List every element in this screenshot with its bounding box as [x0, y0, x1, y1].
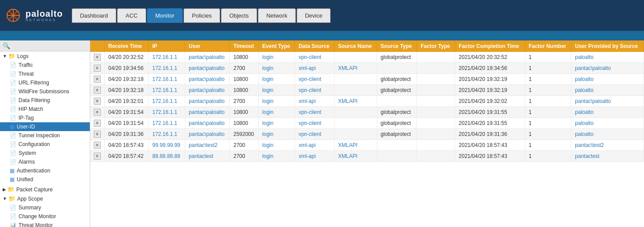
nav-tab-dashboard[interactable]: Dashboard [72, 8, 117, 23]
row-detail-icon[interactable]: ≡ [94, 131, 101, 138]
ip-cell[interactable]: 172.16.1.1 [149, 52, 185, 63]
user-cell[interactable]: pantac\paloalto [185, 85, 229, 96]
nav-tab-device[interactable]: Device [297, 8, 331, 23]
row-detail-icon[interactable]: ≡ [94, 109, 101, 116]
user-cell[interactable]: pantactest [185, 151, 229, 162]
sidebar-item-wildfire[interactable]: 📄 WildFire Submissions [0, 87, 90, 96]
ip-cell[interactable]: 172.16.1.1 [149, 118, 185, 129]
user-provided-cell[interactable]: paloalto [571, 129, 644, 140]
search-icon[interactable]: 🔍 [3, 42, 10, 49]
ip-cell[interactable]: 88.88.88.88 [149, 151, 185, 162]
user-provided-cell[interactable]: paloalto [571, 74, 644, 85]
data-source-cell[interactable]: vpn-client [295, 52, 335, 63]
event-type-cell[interactable]: login [258, 107, 295, 118]
event-type-cell[interactable]: login [258, 129, 295, 140]
user-cell[interactable]: pantac\paloalto [185, 63, 229, 74]
user-provided-cell[interactable]: paloalto [571, 85, 644, 96]
event-type-cell[interactable]: login [258, 63, 295, 74]
user-provided-cell[interactable]: paloalto [571, 107, 644, 118]
ip-cell[interactable]: 172.16.1.1 [149, 74, 185, 85]
ip-cell[interactable]: 172.16.1.1 [149, 85, 185, 96]
row-detail-icon[interactable]: ≡ [94, 142, 101, 149]
user-provided-cell[interactable]: pantac\paloalto [571, 96, 644, 107]
row-detail-icon[interactable]: ≡ [94, 153, 101, 160]
source-name-cell[interactable]: XMLAPI [335, 140, 377, 151]
sidebar-item-threat[interactable]: 📄 Threat [0, 70, 90, 78]
nav-tab-monitor[interactable]: Monitor [147, 8, 183, 23]
col-header-factor-type[interactable]: Factor Type [417, 40, 455, 52]
user-provided-cell[interactable]: paloalto [571, 118, 644, 129]
data-source-cell[interactable]: xml-api [295, 151, 335, 162]
col-header-source-name[interactable]: Source Name [335, 40, 377, 52]
sidebar-item-ip-tag[interactable]: 📄 IP-Tag [0, 114, 90, 122]
event-type-cell[interactable]: login [258, 151, 295, 162]
col-header-ip[interactable]: IP [149, 40, 185, 52]
source-name-cell[interactable]: XMLAPI [335, 63, 377, 74]
event-type-cell[interactable]: login [258, 96, 295, 107]
nav-tab-network[interactable]: Network [258, 8, 296, 23]
data-source-cell[interactable]: xml-api [295, 96, 335, 107]
row-detail-icon[interactable]: ≡ [94, 76, 101, 83]
user-cell[interactable]: pantac\paloalto [185, 118, 229, 129]
ip-cell[interactable]: 99.99.99.99 [149, 140, 185, 151]
user-cell[interactable]: pantac\paloalto [185, 96, 229, 107]
row-detail-icon[interactable]: ≡ [94, 120, 101, 127]
data-source-cell[interactable]: vpn-client [295, 85, 335, 96]
sidebar-item-user-id[interactable]: ▦ User-ID [0, 122, 90, 131]
event-type-cell[interactable]: login [258, 85, 295, 96]
data-source-cell[interactable]: xml-api [295, 63, 335, 74]
row-detail-icon[interactable]: ≡ [94, 65, 101, 72]
col-header-event-type[interactable]: Event Type [258, 40, 295, 52]
data-source-cell[interactable]: vpn-client [295, 74, 335, 85]
data-source-cell[interactable]: xml-api [295, 140, 335, 151]
col-header-receive-time[interactable]: Receive Time [105, 40, 149, 52]
nav-tab-acc[interactable]: ACC [117, 8, 146, 23]
sidebar-item-data-filtering[interactable]: 📄 Data Filtering [0, 96, 90, 105]
sidebar-group-app-scope[interactable]: ▼ 📁 App Scope [0, 194, 90, 203]
user-provided-cell[interactable]: pantac\paloalto [571, 63, 644, 74]
sidebar-item-url-filtering[interactable]: 📄 URL Filtering [0, 78, 90, 87]
user-cell[interactable]: pantac\test2 [185, 140, 229, 151]
source-name-cell[interactable]: XMLAPI [335, 96, 377, 107]
user-provided-cell[interactable]: paloalto [571, 52, 644, 63]
user-provided-cell[interactable]: pantactest [571, 151, 644, 162]
user-cell[interactable]: pantac\paloalto [185, 107, 229, 118]
user-cell[interactable]: pantac\paloalto [185, 129, 229, 140]
sidebar-group-logs[interactable]: ▼ 📁 Logs [0, 51, 90, 61]
col-header-user[interactable]: User [185, 40, 229, 52]
row-detail-icon[interactable]: ≡ [94, 87, 101, 94]
source-name-cell[interactable]: XMLAPI [335, 151, 377, 162]
event-type-cell[interactable]: login [258, 74, 295, 85]
col-header-factor-number[interactable]: Factor Number [525, 40, 571, 52]
sidebar-item-summary[interactable]: 📄 Summary [0, 203, 90, 212]
user-cell[interactable]: pantac\paloalto [185, 74, 229, 85]
sidebar-item-traffic[interactable]: 📄 Traffic [0, 61, 90, 70]
col-header-data-source[interactable]: Data Source [295, 40, 335, 52]
col-header-user-provided[interactable]: User Provided by Source [571, 40, 644, 52]
sidebar-item-system[interactable]: 📄 System [0, 149, 90, 157]
ip-cell[interactable]: 172.16.1.1 [149, 107, 185, 118]
sidebar-item-tunnel-inspection[interactable]: 📄 Tunnel Inspection [0, 131, 90, 140]
data-source-cell[interactable]: vpn-client [295, 118, 335, 129]
col-header-timeout[interactable]: Timeout [230, 40, 259, 52]
row-detail-icon[interactable]: ≡ [94, 54, 101, 61]
data-source-cell[interactable]: vpn-client [295, 129, 335, 140]
sidebar-item-alarms[interactable]: 📄 Alarms [0, 157, 90, 166]
row-detail-icon[interactable]: ≡ [94, 98, 101, 105]
col-header-factor-completion-time[interactable]: Factor Completion Time [455, 40, 525, 52]
col-header-source-type[interactable]: Source Type [377, 40, 417, 52]
sidebar-item-hip-match[interactable]: 📄 HIP Match [0, 105, 90, 114]
user-provided-cell[interactable]: pantac\test2 [571, 140, 644, 151]
user-cell[interactable]: pantac\paloalto [185, 52, 229, 63]
sidebar-group-packet-capture[interactable]: ▶ 📁 Packet Capture [0, 185, 90, 194]
event-type-cell[interactable]: login [258, 118, 295, 129]
data-source-cell[interactable]: vpn-client [295, 107, 335, 118]
event-type-cell[interactable]: login [258, 52, 295, 63]
sidebar-item-authentication[interactable]: ▦ Authentication [0, 166, 90, 175]
nav-tab-objects[interactable]: Objects [221, 8, 257, 23]
sidebar-item-unified[interactable]: ▦ Unified [0, 175, 90, 184]
event-type-cell[interactable]: login [258, 140, 295, 151]
ip-cell[interactable]: 172.16.1.1 [149, 129, 185, 140]
sidebar-item-configuration[interactable]: 📄 Configuration [0, 140, 90, 149]
sidebar-item-change-monitor[interactable]: 📄 Change Monitor [0, 212, 90, 221]
